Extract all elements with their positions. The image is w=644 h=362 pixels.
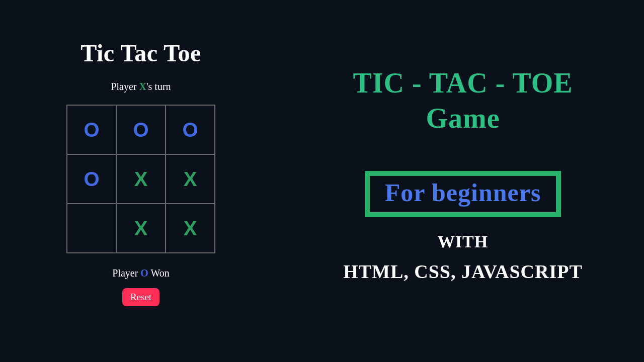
cell-1[interactable]: O xyxy=(116,105,166,154)
cell-mark: O xyxy=(182,119,198,141)
cell-5[interactable]: X xyxy=(166,154,215,204)
cell-0[interactable]: O xyxy=(67,105,116,154)
reset-button[interactable]: Reset xyxy=(122,288,159,306)
turn-prefix: Player xyxy=(111,81,139,92)
promo-panel: TIC - TAC - TOE Game For beginners WITH … xyxy=(282,0,644,362)
cell-4[interactable]: X xyxy=(116,154,166,204)
cell-mark: X xyxy=(134,217,148,240)
result-player: O xyxy=(140,267,148,279)
cell-2[interactable]: O xyxy=(166,105,215,154)
turn-suffix: 's turn xyxy=(146,81,171,92)
promo-title: TIC - TAC - TOE Game xyxy=(353,65,573,136)
result-suffix: Won xyxy=(148,267,170,279)
result-prefix: Player xyxy=(112,267,140,279)
promo-badge: For beginners xyxy=(365,171,561,217)
promo-tech: HTML, CSS, JAVASCRIPT xyxy=(343,260,583,283)
cell-mark: X xyxy=(184,168,197,191)
cell-6[interactable] xyxy=(67,204,116,253)
cell-mark: X xyxy=(134,168,148,191)
cell-8[interactable]: X xyxy=(166,204,215,253)
turn-status: Player X's turn xyxy=(111,81,171,93)
cell-3[interactable]: O xyxy=(67,154,116,204)
result-status: Player O Won xyxy=(112,267,170,279)
cell-mark: O xyxy=(84,168,99,191)
cell-mark: X xyxy=(184,217,197,240)
promo-title-line2: Game xyxy=(353,101,573,136)
promo-title-line1: TIC - TAC - TOE xyxy=(353,65,573,101)
turn-player: X xyxy=(139,81,146,92)
game-board: O O O O X X X X xyxy=(66,105,215,253)
promo-with: WITH xyxy=(438,232,488,251)
cell-7[interactable]: X xyxy=(116,204,166,253)
game-panel: Tic Tac Toe Player X's turn O O O O X X … xyxy=(0,0,282,362)
cell-mark: O xyxy=(133,119,148,141)
game-title: Tic Tac Toe xyxy=(80,39,201,67)
cell-mark: O xyxy=(84,119,99,141)
